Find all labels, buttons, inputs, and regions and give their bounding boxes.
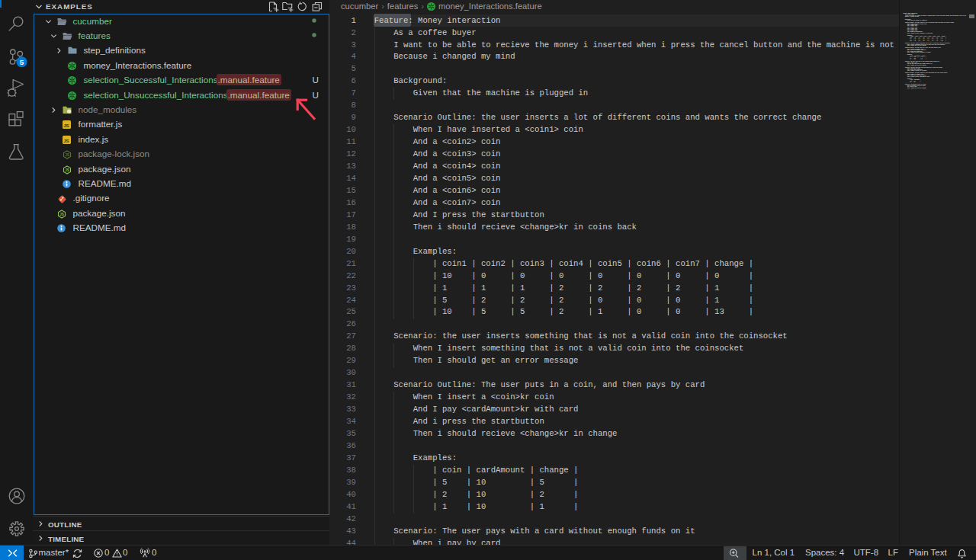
svg-text:JS: JS — [65, 168, 69, 171]
svg-text:JS: JS — [59, 213, 64, 216]
svg-text:JS: JS — [63, 124, 69, 129]
svg-text:JS: JS — [63, 139, 69, 143]
svg-text:5: 5 — [20, 57, 24, 66]
svg-text:JS: JS — [65, 153, 69, 157]
